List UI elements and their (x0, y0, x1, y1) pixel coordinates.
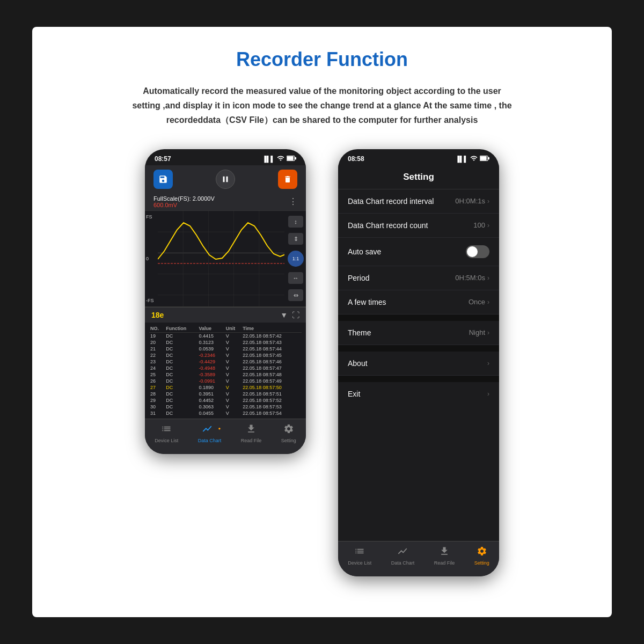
data-table: NO. Function Value Unit Time 19 DC 0.441… (149, 325, 302, 416)
table-row: 28 DC 0.3951 V 22.05.18 08:57:51 (149, 391, 302, 397)
nav-setting-left[interactable]: Setting (281, 423, 296, 443)
chevron-icon-count: › (487, 222, 489, 229)
setting-row-autosave[interactable]: Auto save (338, 238, 499, 266)
zero-label: 0 (146, 256, 154, 261)
nav-device-list-label-right: Device List (348, 560, 371, 566)
time-left: 08:57 (155, 155, 171, 163)
nav-data-chart-left[interactable]: ● Data Chart (198, 423, 222, 443)
battery-icon-right (480, 155, 489, 163)
cell-func: DC (165, 365, 197, 371)
zoom-vertical-up[interactable]: ↕ (288, 216, 303, 228)
nav-data-chart-right[interactable]: Data Chart (391, 546, 415, 566)
dropdown-icon[interactable]: ▼ (280, 311, 288, 319)
chevron-icon-period: › (487, 274, 489, 282)
setting-row-about[interactable]: About › (338, 352, 499, 376)
setting-row-period[interactable]: Period 0H:5M:0s › (338, 266, 499, 290)
delete-button[interactable] (278, 170, 297, 189)
cell-time: 22.05.18 08:57:46 (241, 358, 302, 365)
table-row: 24 DC -0.4948 V 22.05.18 08:57:47 (149, 365, 302, 371)
cell-time: 22.05.18 08:57:45 (241, 352, 302, 358)
more-dots[interactable]: ⋮ (289, 196, 297, 207)
cell-no: 20 (149, 339, 165, 346)
setting-row-exit[interactable]: Exit › (338, 382, 499, 406)
zoom-horizontal-in[interactable]: ⇔ (288, 289, 303, 301)
chevron-icon-theme: › (487, 329, 489, 336)
section-gap-1 (338, 314, 499, 321)
wifi-icon-right (470, 155, 478, 163)
cell-val: -0.0991 (197, 378, 224, 384)
setting-row-fewtimes[interactable]: A few times Once › (338, 290, 499, 314)
table-row: 25 DC -0.3589 V 22.05.18 08:57:48 (149, 371, 302, 378)
svg-rect-2 (295, 157, 296, 159)
cell-unit: V (225, 365, 241, 371)
cell-time: 22.05.18 08:57:50 (241, 384, 302, 391)
setting-row-interval[interactable]: Data Chart record interval 0H:0M:1s › (338, 189, 499, 214)
nav-read-file-right[interactable]: Read File (434, 546, 455, 566)
cell-val: 0.3063 (197, 404, 224, 410)
setting-label-interval: Data Chart record interval (348, 197, 434, 206)
cell-func: DC (165, 384, 197, 391)
fs-label: FS (146, 214, 154, 219)
zoom-horizontal[interactable]: ↔ (288, 272, 303, 284)
nav-setting-label-right: Setting (474, 560, 489, 566)
toolbar-left (145, 165, 306, 193)
cell-val: -0.3589 (197, 371, 224, 378)
cell-val: -0.4948 (197, 365, 224, 371)
cell-val: -0.4429 (197, 358, 224, 365)
table-row: 30 DC 0.3063 V 22.05.18 08:57:53 (149, 404, 302, 410)
cell-unit: V (225, 378, 241, 384)
fullscale-info: FullScale(FS): 2.0000V 600.0mV ⋮ (145, 193, 306, 210)
read-file-icon-right (439, 546, 450, 559)
cell-time: 22.05.18 08:57:48 (241, 371, 302, 378)
device-list-icon-right (354, 546, 365, 559)
setting-icon-right (477, 546, 487, 559)
cell-func: DC (165, 410, 197, 416)
nav-read-file-left[interactable]: Read File (241, 423, 262, 443)
cell-no: 24 (149, 365, 165, 371)
bottom-nav-right: Device List Data Chart Read File (338, 541, 499, 576)
cell-no: 27 (149, 384, 165, 391)
cell-func: DC (165, 339, 197, 346)
save-button[interactable] (153, 170, 173, 189)
cell-val: 0.3951 (197, 391, 224, 397)
table-row: 21 DC 0.0539 V 22.05.18 08:57:44 (149, 346, 302, 352)
pause-button[interactable] (216, 170, 235, 189)
setting-row-count[interactable]: Data Chart record count 100 › (338, 214, 499, 238)
ratio-button[interactable]: 1:1 (288, 251, 304, 267)
table-row: 19 DC 0.4415 V 22.05.18 08:57:42 (149, 332, 302, 339)
setting-label-fewtimes: A few times (348, 298, 386, 306)
data-chart-icon-left: ● (202, 423, 218, 437)
interval-value: 0H:0M:1s (455, 197, 485, 205)
left-phone: 08:57 ▐▌▌ (145, 149, 306, 454)
svg-rect-13 (480, 156, 487, 160)
cell-time: 22.05.18 08:57:42 (241, 332, 302, 339)
cell-func: DC (165, 332, 197, 339)
nav-data-chart-label-right: Data Chart (391, 560, 415, 566)
cell-func: DC (165, 391, 197, 397)
col-function: Function (165, 325, 197, 333)
expand-icon[interactable]: ⛶ (292, 311, 299, 319)
cell-unit: V (225, 410, 241, 416)
setting-label-period: Period (348, 274, 369, 282)
nav-device-list-right[interactable]: Device List (348, 546, 371, 566)
cell-func: DC (165, 397, 197, 404)
status-icons-right: ▐▌▌ (456, 155, 489, 163)
setting-row-theme[interactable]: Theme Night › (338, 321, 499, 345)
section-gap-3 (338, 376, 499, 382)
page-title: Recorder Function (236, 48, 408, 71)
channel-icons: ▼ ⛶ (280, 311, 299, 319)
setting-icon-left (283, 423, 294, 437)
zoom-vertical-in[interactable]: ⇕ (288, 233, 303, 245)
chart-labels: FS 0 -FS (146, 211, 154, 306)
cell-no: 21 (149, 346, 165, 352)
setting-value-fewtimes: Once › (469, 298, 489, 306)
nav-device-list-left[interactable]: Device List (155, 423, 178, 443)
toggle-autosave[interactable] (466, 245, 489, 258)
nav-dot: ● (218, 426, 221, 431)
fullscale-label: FullScale(FS): 2.0000V (153, 195, 215, 202)
table-row: 29 DC 0.4452 V 22.05.18 08:57:52 (149, 397, 302, 404)
data-chart-icon-right (397, 546, 408, 559)
cell-no: 31 (149, 410, 165, 416)
nav-setting-right[interactable]: Setting (474, 546, 489, 566)
cell-no: 19 (149, 332, 165, 339)
